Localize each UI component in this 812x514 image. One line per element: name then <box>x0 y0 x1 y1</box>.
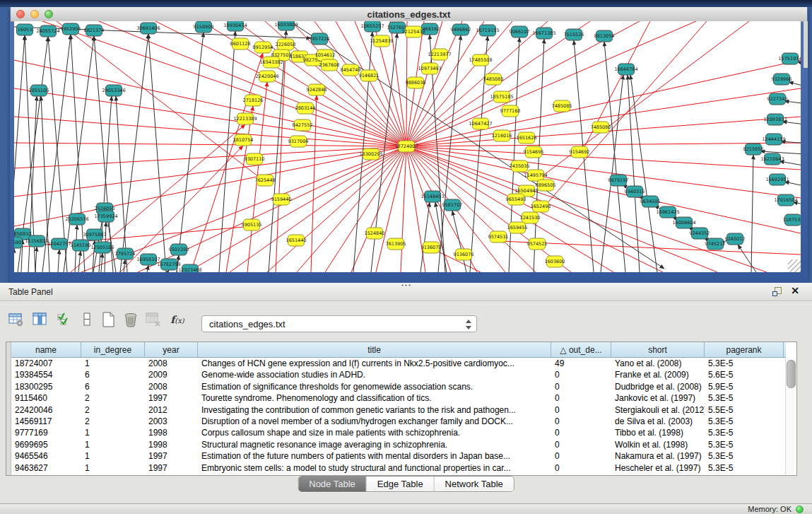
column-header-out_de[interactable]: △ out_de... <box>551 342 611 358</box>
graph-node[interactable]: 15751074 <box>778 53 801 64</box>
table-row[interactable]: 911546021997Tourette syndrome. Phenomeno… <box>11 392 786 404</box>
graph-node[interactable]: 9581707 <box>442 199 463 211</box>
graph-node[interactable]: 8813054 <box>594 30 615 42</box>
graph-node[interactable]: 7613905 <box>386 238 406 250</box>
graph-node[interactable]: 7485080 <box>591 122 611 133</box>
graph-node[interactable]: 1651440 <box>286 235 307 246</box>
table-row[interactable]: 946362711997Embryonic stem cells: a mode… <box>11 462 786 474</box>
graph-node[interactable]: 11254839 <box>370 35 393 47</box>
graph-node[interactable]: 7435035 <box>510 160 530 172</box>
vertical-scrollbar[interactable] <box>785 358 796 474</box>
graph-node[interactable]: 9154692 <box>570 146 590 158</box>
window-titlebar[interactable]: citations_edges.txt <box>11 7 807 22</box>
graph-node[interactable]: 15692951 <box>765 174 789 185</box>
graph-node[interactable]: 1659455 <box>507 222 528 233</box>
graph-node[interactable]: 10655257 <box>360 21 384 32</box>
graph-node[interactable]: 2226058 <box>276 39 296 50</box>
graph-node[interactable]: 9634505 <box>640 196 661 207</box>
tab-edge-table[interactable]: Edge Table <box>367 477 435 491</box>
table-row[interactable]: 1456911722003Disruption of a novel membe… <box>11 416 786 427</box>
graph-node[interactable]: 9146821 <box>359 70 379 81</box>
row-height-icon[interactable] <box>78 310 96 329</box>
graph-node[interactable]: 7857224 <box>310 33 330 45</box>
graph-node[interactable]: 1603600 <box>545 256 565 267</box>
window-resize-grip[interactable] <box>788 259 801 272</box>
graph-node[interactable]: 7625448 <box>255 175 276 186</box>
graph-node[interactable]: 9136075 <box>421 242 442 253</box>
graph-node[interactable]: 9655493 <box>506 194 526 205</box>
table-row[interactable]: 969969511998Structural magnetic resonanc… <box>11 439 786 450</box>
graph-node[interactable]: 2367608 <box>319 59 340 71</box>
graph-node[interactable]: 8821374 <box>84 25 105 36</box>
graph-node[interactable]: 18575185 <box>490 91 513 103</box>
graph-node[interactable]: 9496862 <box>451 24 471 35</box>
column-header-pagerank[interactable]: pagerank <box>705 342 784 358</box>
show-columns-icon[interactable] <box>31 310 49 329</box>
table-row[interactable]: 2242004622012Investigating the contribut… <box>11 404 786 416</box>
graph-node[interactable]: 9066107 <box>510 26 530 37</box>
graph-node[interactable]: 9154695 <box>524 146 544 158</box>
graph-node[interactable]: 8912954 <box>253 42 273 53</box>
graph-node[interactable]: 1810754 <box>233 134 254 146</box>
table-row[interactable]: 1830029562008Estimation of significance … <box>11 381 786 392</box>
float-panel-icon[interactable] <box>772 287 781 296</box>
graph-node[interactable]: 10647427 <box>469 118 492 129</box>
graph-node[interactable]: 17016504 <box>774 194 797 206</box>
graph-node[interactable]: 9574531 <box>488 231 509 243</box>
graph-node[interactable]: 2055105 <box>29 85 49 96</box>
column-header-title[interactable]: title <box>198 342 551 358</box>
graph-node[interactable]: 1216016 <box>492 130 512 141</box>
graph-node[interactable]: 9227343 <box>767 93 788 105</box>
graph-node[interactable]: 9317004 <box>288 136 309 147</box>
graph-node[interactable]: 16053 <box>17 24 33 35</box>
graph-node[interactable]: 9159440 <box>271 194 292 205</box>
graph-node[interactable]: 1952904 <box>61 23 81 35</box>
graph-node[interactable]: 2718126 <box>243 95 264 106</box>
delete-table-icon-disabled[interactable] <box>144 310 163 329</box>
graph-node[interactable]: 1652490 <box>531 201 551 212</box>
graph-node[interactable]: 7485085 <box>552 100 572 112</box>
graph-node[interactable]: 8679197 <box>608 175 629 186</box>
graph-node[interactable]: 9136076 <box>454 249 474 260</box>
graph-node[interactable]: 9886038 <box>406 77 426 88</box>
graph-node[interactable]: 9777168 <box>500 105 521 117</box>
scrollbar-thumb[interactable] <box>787 360 796 388</box>
panel-drag-handle[interactable] <box>401 284 412 288</box>
function-builder-icon[interactable]: f(x) <box>168 310 187 329</box>
delete-entries-trash-icon[interactable] <box>122 310 140 329</box>
table-row[interactable]: 1872400712008Changes of HCN gene express… <box>11 358 786 369</box>
graph-node[interactable]: 6896505 <box>536 180 556 191</box>
graph-node[interactable]: 9745212 <box>705 238 726 250</box>
graph-node[interactable]: 16033809 <box>274 21 298 30</box>
network-canvas[interactable]: 1605324055724195290488213743069140691509… <box>14 21 801 272</box>
graph-node[interactable]: 8601128 <box>230 38 251 49</box>
graph-node[interactable]: 1524840 <box>365 228 385 239</box>
graph-node[interactable]: 24055724 <box>36 25 59 37</box>
graph-node[interactable]: 16210643 <box>760 153 784 165</box>
graph-node[interactable]: 17485508 <box>469 54 492 66</box>
column-header-in_degree[interactable]: in_degree <box>81 342 145 358</box>
graph-node[interactable]: 10973493 <box>418 63 441 74</box>
tab-network-table[interactable]: Network Table <box>435 477 514 491</box>
graph-node[interactable]: 2803144 <box>295 103 316 114</box>
graph-node[interactable]: 30975887 <box>83 229 106 240</box>
graph-node[interactable]: 9244352 <box>690 228 710 239</box>
graph-node[interactable]: 29053346 <box>102 85 125 96</box>
graph-node[interactable]: 16671385 <box>532 28 555 39</box>
table-selector-dropdown[interactable]: citations_edges.txt <box>201 315 477 332</box>
create-table-icon[interactable] <box>99 310 117 329</box>
table-settings-icon[interactable] <box>7 310 25 329</box>
graph-node[interactable]: 9574521 <box>527 238 548 250</box>
graph-node[interactable]: 9242848 <box>307 84 327 95</box>
graph-node[interactable]: 9150909 <box>194 21 214 33</box>
graph-node[interactable]: 8215958 <box>743 144 764 155</box>
graph-node[interactable]: 10719155 <box>476 25 499 36</box>
graph-node[interactable]: 9245012 <box>725 233 746 245</box>
graph-node[interactable]: 9501350 <box>169 244 189 255</box>
graph-node[interactable]: 7485083 <box>483 74 504 85</box>
graph-node[interactable]: 9307110 <box>245 153 265 165</box>
graph-node[interactable]: 8427552 <box>293 119 313 131</box>
graph-node[interactable]: 1145190 <box>71 240 91 251</box>
tab-node-table[interactable]: Node Table <box>298 477 367 491</box>
graph-node[interactable]: 7515526 <box>564 29 584 40</box>
